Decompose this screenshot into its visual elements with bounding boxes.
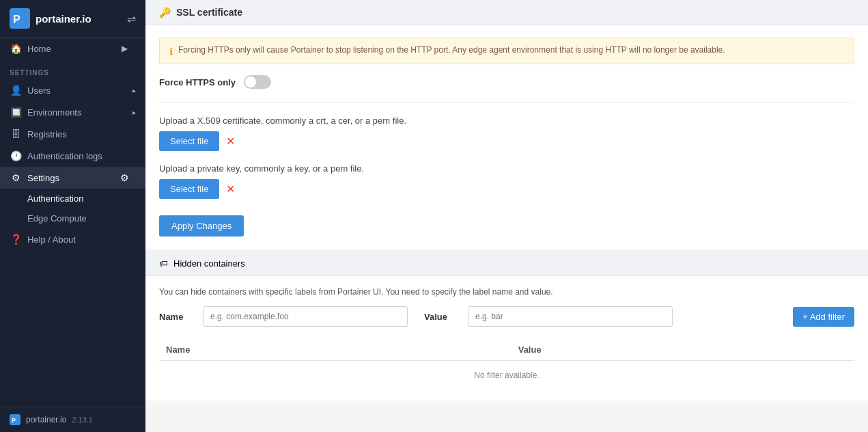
environments-icon: 🔲 (10, 107, 22, 118)
settings-gear-icon: ⚙ (118, 172, 130, 183)
hidden-containers-section: 🏷 Hidden containers You can hide contain… (145, 252, 868, 401)
table-col-name: Name (159, 339, 512, 361)
sidebar: P portainer.io ⇌ 🏠 Home ▶ SETTINGS 👤 Use… (0, 0, 145, 432)
cert-upload-row: Select file ✕ (159, 131, 854, 151)
value-input[interactable] (468, 306, 673, 327)
table-row: No filter available. (159, 361, 854, 390)
sidebar-help-label: Help / About (27, 234, 76, 245)
sidebar-transfer-icon[interactable]: ⇌ (127, 12, 136, 25)
cert-cancel-icon[interactable]: ✕ (226, 135, 235, 148)
select-key-file-button[interactable]: Select file (159, 179, 219, 199)
no-filter-text: No filter available. (159, 361, 854, 390)
sidebar-edge-label: Edge Compute (27, 213, 87, 224)
hidden-section-title: Hidden containers (173, 258, 245, 269)
sidebar-auth-label: Authentication (27, 193, 83, 204)
sidebar-nav: 🏠 Home ▶ SETTINGS 👤 Users ▸ 🔲 Environmen… (0, 38, 145, 407)
table-col-value: Value (512, 339, 854, 361)
sidebar-item-auth-logs[interactable]: 🕐 Authentication logs (0, 145, 145, 167)
sidebar-logo: P portainer.io ⇌ (0, 0, 145, 38)
environments-chevron-icon: ▸ (132, 109, 136, 116)
sidebar-home-label: Home (27, 44, 51, 54)
svg-text:P: P (13, 14, 20, 25)
ssl-section-title: SSL certificate (176, 7, 242, 18)
ssl-key-icon: 🔑 (159, 7, 171, 18)
name-label: Name (159, 312, 193, 322)
users-icon: 👤 (10, 85, 22, 96)
home-right-icon: ▶ (118, 44, 130, 53)
add-filter-button[interactable]: + Add filter (793, 307, 854, 327)
https-alert: ℹ Forcing HTTPs only will cause Portaine… (159, 38, 854, 64)
force-https-label: Force HTTPS only (159, 77, 236, 87)
sidebar-item-help-about[interactable]: ❓ Help / About (0, 228, 145, 250)
key-upload-label: Upload a private key, commonly a key, or… (159, 163, 854, 174)
alert-text: Forcing HTTPs only will cause Portainer … (178, 45, 725, 55)
sidebar-item-home[interactable]: 🏠 Home ▶ (0, 38, 145, 59)
home-icon: 🏠 (10, 43, 22, 54)
sidebar-item-users[interactable]: 👤 Users ▸ (0, 79, 145, 101)
sidebar-settings-label: Settings (27, 173, 59, 183)
sidebar-registries-label: Registries (27, 129, 67, 139)
cert-upload-label: Upload a X.509 certificate, commonly a c… (159, 116, 854, 126)
ssl-section-body: ℹ Forcing HTTPs only will cause Portaine… (145, 25, 868, 249)
hidden-section-header: 🏷 Hidden containers (145, 252, 868, 276)
portainer-footer-icon: P (10, 414, 20, 425)
force-https-row: Force HTTPS only (159, 75, 854, 89)
select-cert-file-button[interactable]: Select file (159, 131, 219, 151)
sidebar-sub-item-edge-compute[interactable]: Edge Compute (0, 208, 145, 228)
settings-icon: ⚙ (10, 172, 22, 183)
svg-text:P: P (12, 417, 16, 424)
sidebar-item-environments[interactable]: 🔲 Environments ▸ (0, 101, 145, 123)
sidebar-auth-logs-label: Authentication logs (27, 151, 102, 161)
hidden-tag-icon: 🏷 (159, 258, 168, 269)
sidebar-sub-item-authentication[interactable]: Authentication (0, 189, 145, 208)
users-chevron-icon: ▸ (132, 87, 136, 94)
help-icon: ❓ (10, 234, 22, 245)
sidebar-users-label: Users (27, 85, 51, 96)
main-content: 🔑 SSL certificate ℹ Forcing HTTPs only w… (145, 0, 868, 432)
auth-logs-icon: 🕐 (10, 150, 22, 161)
sidebar-footer: P portainer.io 2.13.1 (0, 407, 145, 432)
sidebar-logo-text: portainer.io (36, 13, 92, 25)
apply-changes-button[interactable]: Apply Changes (159, 215, 244, 237)
key-cancel-icon[interactable]: ✕ (226, 183, 235, 195)
registries-icon: 🗄 (10, 129, 22, 139)
force-https-toggle[interactable] (244, 75, 271, 89)
filter-row: Name Value + Add filter (159, 306, 854, 327)
footer-version: 2.13.1 (72, 416, 93, 424)
portainer-logo-icon: P (10, 8, 30, 29)
footer-logo-text: portainer.io (26, 415, 66, 424)
alert-info-icon: ℹ (169, 46, 173, 57)
value-label: Value (424, 312, 458, 322)
hidden-description: You can hide containers with specific la… (159, 287, 854, 297)
name-input[interactable] (203, 306, 408, 327)
filter-table: Name Value No filter available. (159, 339, 854, 390)
ssl-certificate-section: 🔑 SSL certificate ℹ Forcing HTTPs only w… (145, 0, 868, 249)
hidden-section-body: You can hide containers with specific la… (145, 276, 868, 401)
divider-1 (159, 103, 854, 103)
sidebar-item-settings[interactable]: ⚙ Settings ⚙ (0, 167, 145, 189)
key-upload-row: Select file ✕ (159, 179, 854, 199)
ssl-section-header: 🔑 SSL certificate (145, 0, 868, 25)
sidebar-environments-label: Environments (27, 107, 81, 118)
settings-section-label: SETTINGS (0, 59, 145, 79)
sidebar-item-registries[interactable]: 🗄 Registries (0, 123, 145, 145)
